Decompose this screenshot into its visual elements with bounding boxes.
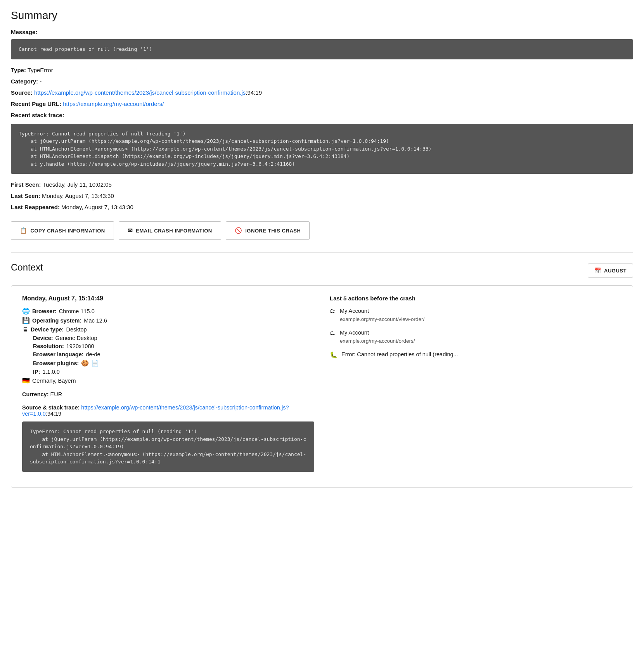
context-source-suffix: :94:19 [46, 411, 61, 417]
type-label: Type: [11, 67, 26, 73]
context-date: Monday, August 7, 15:14:49 [22, 295, 314, 302]
action-buttons: 📋 COPY CRASH INFORMATION ✉ EMAIL CRASH I… [11, 221, 633, 240]
source-link[interactable]: https://example.org/wp-content/themes/20… [34, 89, 246, 96]
browser-lang-row: Browser language: de-de [22, 351, 314, 357]
context-source-row: Source & stack trace: https://example.or… [22, 404, 314, 417]
resolution-value: 1920x1080 [66, 343, 94, 349]
august-button[interactable]: 📅 AUGUST [588, 264, 633, 278]
device-value: Generic Desktop [55, 335, 97, 341]
source-row: Source: https://example.org/wp-content/t… [11, 88, 633, 97]
currency-label: Currency: [22, 391, 49, 397]
page-icon-1: 🗂 [330, 308, 336, 315]
os-icon: 💾 [22, 317, 30, 324]
eye-slash-icon: 🚫 [235, 227, 242, 234]
context-source-label: Source & stack trace: [22, 404, 80, 411]
first-seen-label: First Seen: [11, 181, 41, 188]
error-icon: 🐛 [330, 351, 338, 359]
action-content-1: My Account example.org/my-account/view-o… [340, 307, 424, 323]
resolution-label: Resolution: [33, 343, 64, 349]
ignore-crash-button[interactable]: 🚫 IGNORE THIS CRASH [226, 221, 310, 240]
ip-value: 1.1.0.0 [43, 369, 60, 375]
browser-plugins-label: Browser plugins: [33, 360, 79, 366]
os-value: Mac 12.6 [84, 317, 107, 324]
page-icon-2: 🗂 [330, 330, 336, 336]
location-value: Germany, Bayern [32, 378, 76, 384]
source-label: Source: [11, 89, 33, 96]
last-seen-value: Monday, August 7, 13:43:30 [42, 193, 114, 199]
last-seen-label: Last Seen: [11, 193, 40, 199]
device-type-value: Desktop [66, 326, 87, 333]
calendar-icon: 📅 [594, 267, 601, 274]
category-row: Category: - [11, 77, 633, 86]
last-seen-row: Last Seen: Monday, August 7, 13:43:30 [11, 191, 633, 201]
copy-label: COPY CRASH INFORMATION [31, 228, 105, 234]
action-error-text: Error: Cannot read properties of null (r… [341, 350, 458, 359]
category-value: - [40, 78, 42, 85]
last-reappeared-label: Last Reappeared: [11, 204, 60, 210]
browser-plugins-row: Browser plugins: 🍪 📄 [22, 359, 314, 367]
actions-before-crash-title: Last 5 actions before the crash [330, 295, 622, 302]
email-crash-button[interactable]: ✉ EMAIL CRASH INFORMATION [119, 221, 221, 240]
ip-row: IP: 1.1.0.0 [22, 369, 314, 375]
action-item-3: 🐛 Error: Cannot read properties of null … [330, 350, 622, 359]
action-content-3: Error: Cannot read properties of null (r… [341, 350, 458, 359]
page-title: Summary [11, 9, 633, 22]
device-label: Device: [33, 335, 53, 341]
browser-lang-label: Browser language: [33, 351, 84, 357]
action-item-2: 🗂 My Account example.org/my-account/orde… [330, 329, 622, 345]
recent-page-label: Recent Page URL: [11, 101, 61, 107]
ip-label: IP: [33, 369, 40, 375]
device-type-label: Device type: [31, 326, 64, 333]
browser-label: Browser: [32, 308, 57, 314]
os-row: 💾 Operating system: Mac 12.6 [22, 317, 314, 324]
section-divider [11, 252, 633, 253]
browser-lang-value: de-de [86, 351, 100, 357]
copy-crash-button[interactable]: 📋 COPY CRASH INFORMATION [11, 221, 114, 240]
recent-page-row: Recent Page URL: https://example.org/my-… [11, 99, 633, 109]
email-icon: ✉ [128, 227, 133, 234]
source-suffix: :94:19 [246, 89, 262, 96]
device-type-row: 🖥 Device type: Desktop [22, 326, 314, 333]
resolution-row: Resolution: 1920x1080 [22, 343, 314, 349]
currency-value: EUR [50, 391, 62, 397]
stack-trace-block: TypeError: Cannot read properties of nul… [11, 124, 633, 174]
type-row: Type: TypeError [11, 66, 633, 75]
last-reappeared-row: Last Reappeared: Monday, August 7, 13:43… [11, 203, 633, 212]
os-label: Operating system: [32, 317, 81, 324]
context-title: Context [11, 262, 43, 273]
last-reappeared-value: Monday, August 7, 13:43:30 [61, 204, 133, 210]
action-page-name-1: My Account [340, 307, 424, 316]
currency-row: Currency: EUR [22, 391, 314, 397]
context-card: Monday, August 7, 15:14:49 🌐 Browser: Ch… [11, 285, 633, 488]
message-code-block: Cannot read properties of null (reading … [11, 39, 633, 59]
chrome-icon: 🌐 [22, 307, 30, 315]
flag-icon: 🇩🇪 [22, 377, 30, 384]
stack-label: Recent stack trace: [11, 112, 64, 118]
context-stack-trace: TypeError: Cannot read properties of nul… [22, 421, 314, 472]
action-item-1: 🗂 My Account example.org/my-account/view… [330, 307, 622, 323]
monitor-icon: 🖥 [22, 326, 28, 333]
email-label: EMAIL CRASH INFORMATION [136, 228, 212, 234]
stack-label-row: Recent stack trace: [11, 111, 633, 120]
first-seen-row: First Seen: Tuesday, July 11, 10:02:05 [11, 180, 633, 189]
action-page-url-1: example.org/my-account/view-order/ [340, 316, 424, 323]
recent-page-link[interactable]: https://example.org/my-account/orders/ [63, 101, 164, 107]
context-header: Context 📅 AUGUST [11, 262, 633, 279]
context-left-panel: Monday, August 7, 15:14:49 🌐 Browser: Ch… [22, 295, 314, 478]
ignore-label: IGNORE THIS CRASH [245, 228, 301, 234]
first-seen-value: Tuesday, July 11, 10:02:05 [42, 181, 111, 188]
browser-row: 🌐 Browser: Chrome 115.0 [22, 307, 314, 315]
type-value: TypeError [28, 67, 53, 73]
plugin-icon-1: 🍪 [81, 359, 89, 367]
location-row: 🇩🇪 Germany, Bayern [22, 377, 314, 384]
action-page-name-2: My Account [340, 329, 415, 337]
browser-value: Chrome 115.0 [59, 308, 95, 314]
context-right-panel: Last 5 actions before the crash 🗂 My Acc… [330, 295, 622, 478]
plugin-icon-2: 📄 [91, 359, 99, 367]
message-label: Message: [11, 29, 633, 35]
august-label: AUGUST [604, 268, 627, 274]
action-content-2: My Account example.org/my-account/orders… [340, 329, 415, 345]
copy-icon: 📋 [20, 227, 28, 234]
action-page-url-2: example.org/my-account/orders/ [340, 337, 415, 345]
device-row: Device: Generic Desktop [22, 335, 314, 341]
